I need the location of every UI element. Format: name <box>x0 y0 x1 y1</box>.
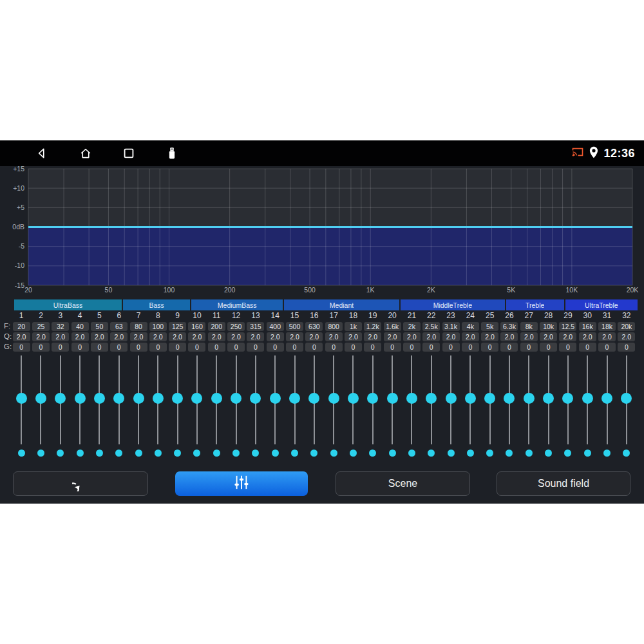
slider-dot[interactable] <box>603 450 611 457</box>
slider-dot[interactable] <box>96 450 103 457</box>
slider-knob[interactable] <box>55 393 66 404</box>
slider-knob[interactable] <box>250 393 261 404</box>
slider-knob[interactable] <box>133 393 144 404</box>
gain-slider[interactable] <box>538 355 558 444</box>
slider-dot-col[interactable] <box>285 450 304 457</box>
gain-slider[interactable] <box>51 355 70 444</box>
slider-dot[interactable] <box>467 450 474 457</box>
slider-dot-col[interactable] <box>578 450 597 457</box>
back-icon[interactable] <box>35 146 49 160</box>
slider-dot-col[interactable] <box>617 450 636 457</box>
slider-dot[interactable] <box>77 450 84 457</box>
slider-dot[interactable] <box>272 450 279 457</box>
slider-dot-col[interactable] <box>500 450 519 457</box>
slider-dot-col[interactable] <box>226 450 245 457</box>
gain-slider[interactable] <box>226 355 245 444</box>
gain-slider[interactable] <box>578 355 597 444</box>
gain-slider[interactable] <box>480 355 500 444</box>
slider-dot-col[interactable] <box>31 450 50 457</box>
slider-knob[interactable] <box>35 393 46 404</box>
slider-knob[interactable] <box>289 393 300 404</box>
slider-dot-col[interactable] <box>519 450 538 457</box>
slider-dot-col[interactable] <box>148 450 167 457</box>
slider-dot[interactable] <box>564 450 571 457</box>
slider-dot[interactable] <box>155 450 162 457</box>
reset-button[interactable] <box>13 471 148 496</box>
slider-knob[interactable] <box>562 393 573 404</box>
slider-dot[interactable] <box>623 450 630 457</box>
slider-knob[interactable] <box>172 393 183 404</box>
slider-knob[interactable] <box>153 393 164 404</box>
slider-knob[interactable] <box>367 393 378 404</box>
recents-icon[interactable] <box>122 146 136 160</box>
gain-slider[interactable] <box>324 355 343 444</box>
slider-knob[interactable] <box>308 393 319 404</box>
slider-dot-col[interactable] <box>109 450 129 457</box>
home-icon[interactable] <box>79 146 93 160</box>
slider-dot[interactable] <box>545 450 552 457</box>
slider-knob[interactable] <box>94 393 105 404</box>
gain-slider[interactable] <box>109 355 129 444</box>
slider-knob[interactable] <box>484 393 495 404</box>
slider-dot[interactable] <box>389 450 396 457</box>
slider-dot[interactable] <box>350 450 357 457</box>
slider-dot-col[interactable] <box>363 450 383 457</box>
gain-slider[interactable] <box>148 355 167 444</box>
slider-dot-col[interactable] <box>187 450 207 457</box>
gain-slider[interactable] <box>305 355 324 444</box>
slider-knob[interactable] <box>446 393 457 404</box>
slider-dot[interactable] <box>57 450 64 457</box>
slider-dot[interactable] <box>506 450 513 457</box>
slider-knob[interactable] <box>543 393 554 404</box>
scene-button[interactable]: Scene <box>336 471 470 496</box>
gain-slider[interactable] <box>187 355 207 444</box>
slider-dot[interactable] <box>18 450 25 457</box>
equalizer-button[interactable] <box>175 471 308 496</box>
slider-dot[interactable] <box>369 450 376 457</box>
slider-dot[interactable] <box>330 450 337 457</box>
slider-dot-col[interactable] <box>129 450 148 457</box>
gain-slider[interactable] <box>70 355 90 444</box>
slider-dot-col[interactable] <box>168 450 187 457</box>
slider-dot[interactable] <box>37 450 44 457</box>
slider-knob[interactable] <box>504 393 515 404</box>
slider-dot-col[interactable] <box>558 450 578 457</box>
gain-slider[interactable] <box>129 355 148 444</box>
slider-dot[interactable] <box>428 450 435 457</box>
slider-knob[interactable] <box>231 393 242 404</box>
slider-knob[interactable] <box>406 393 417 404</box>
gain-slider[interactable] <box>441 355 460 444</box>
slider-knob[interactable] <box>601 393 612 404</box>
slider-knob[interactable] <box>75 393 86 404</box>
slider-knob[interactable] <box>211 393 222 404</box>
slider-dot-col[interactable] <box>324 450 343 457</box>
slider-dot[interactable] <box>310 450 317 457</box>
gain-slider[interactable] <box>285 355 304 444</box>
slider-dot[interactable] <box>291 450 298 457</box>
slider-dot-col[interactable] <box>422 450 441 457</box>
slider-dot-col[interactable] <box>265 450 285 457</box>
slider-dot-col[interactable] <box>12 450 31 457</box>
slider-knob[interactable] <box>465 393 476 404</box>
gain-slider[interactable] <box>31 355 50 444</box>
slider-dot-col[interactable] <box>207 450 226 457</box>
gain-slider[interactable] <box>500 355 519 444</box>
slider-dot[interactable] <box>448 450 455 457</box>
slider-dot[interactable] <box>252 450 259 457</box>
gain-slider[interactable] <box>402 355 421 444</box>
slider-dot-col[interactable] <box>538 450 558 457</box>
slider-dot[interactable] <box>135 450 142 457</box>
slider-dot[interactable] <box>193 450 200 457</box>
slider-dot[interactable] <box>213 450 220 457</box>
gain-slider[interactable] <box>207 355 226 444</box>
gain-slider[interactable] <box>460 355 480 444</box>
sound-field-button[interactable]: Sound field <box>497 471 630 496</box>
slider-knob[interactable] <box>426 393 437 404</box>
slider-dot-col[interactable] <box>343 450 363 457</box>
gain-slider[interactable] <box>168 355 187 444</box>
slider-dot[interactable] <box>232 450 240 457</box>
usb-drive-icon[interactable] <box>165 146 179 160</box>
gain-slider[interactable] <box>90 355 109 444</box>
slider-knob[interactable] <box>328 393 339 404</box>
slider-dot-col[interactable] <box>480 450 500 457</box>
